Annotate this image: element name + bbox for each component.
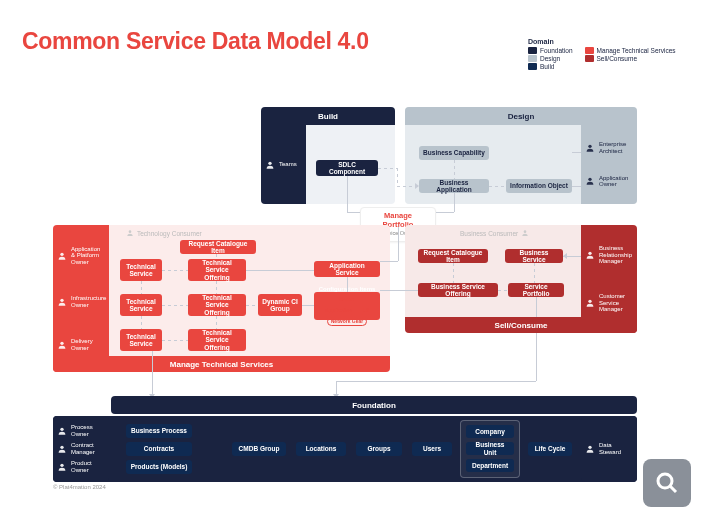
search-icon — [655, 471, 679, 495]
entity-tso3: Technical Service Offering — [188, 329, 246, 351]
entity-cmdb-group: CMDB Group — [232, 442, 286, 456]
legend-title: Domain — [528, 38, 676, 45]
person-icon — [585, 298, 595, 308]
panel-design-title: Design — [405, 107, 637, 125]
person-icon — [57, 462, 67, 472]
entity-sdlc-component: SDLC Component — [316, 160, 378, 176]
persona-infra-owner: Infrastructure Owner — [57, 295, 105, 308]
entity-dcig: Dynamic CI Group — [258, 294, 302, 316]
entity-business-capability: Business Capability — [419, 146, 489, 160]
legend-item-foundation: Foundation — [528, 47, 573, 54]
svg-point-13 — [588, 446, 591, 449]
entity-users: Users — [412, 442, 452, 456]
ci-tag-application: Application — [321, 306, 356, 315]
entity-configuration-items: Configuration Items Server Application L… — [314, 292, 380, 320]
legend-item-mts: Manage Technical Services — [585, 47, 676, 54]
entity-application-service: Application Service — [314, 261, 380, 277]
rail-mts-personas: Application & Platform Owner Infrastruct… — [53, 225, 109, 372]
svg-point-2 — [588, 178, 591, 181]
svg-point-12 — [60, 464, 63, 467]
svg-point-3 — [60, 252, 63, 255]
bus-consumer-label: Business Consumer — [460, 229, 529, 237]
persona-product-owner: Product Owner — [57, 460, 105, 473]
entity-ts3: Technical Service — [120, 329, 162, 351]
entity-sell-rci: Request Catalogue Item — [418, 249, 488, 263]
person-icon — [585, 176, 595, 186]
legend-item-build: Build — [528, 63, 573, 70]
person-icon — [57, 426, 67, 436]
person-icon — [265, 160, 275, 170]
persona-data-steward: Data Steward — [585, 442, 633, 455]
svg-point-14 — [658, 474, 672, 488]
panel-build-title: Build — [261, 107, 395, 125]
svg-point-7 — [588, 252, 591, 255]
entity-tso2: Technical Service Offering — [188, 294, 246, 316]
footer-caption: © Plat4mation 2024 — [53, 484, 106, 490]
persona-ea: Enterprise Architect — [585, 141, 633, 154]
svg-point-9 — [524, 230, 527, 233]
ci-tag-lb: LB — [358, 306, 373, 315]
tech-consumer-label: Technology Consumer — [126, 229, 202, 237]
panel-foundation-title: Foundation — [111, 396, 637, 414]
entity-company: Company — [466, 425, 514, 438]
legend-item-sell: Sell/Consume — [585, 55, 676, 62]
rail-design-personas: Enterprise Architect Application Owner — [581, 125, 637, 204]
person-icon — [126, 229, 134, 237]
search-button[interactable] — [643, 459, 691, 507]
entity-groups: Groups — [356, 442, 402, 456]
rail-foundation-left: Process Owner Contract Manager Product O… — [53, 416, 109, 482]
ci-tag-server: Server — [335, 295, 359, 304]
svg-point-5 — [60, 341, 63, 344]
svg-point-0 — [268, 161, 271, 164]
entity-business-process: Business Process — [126, 424, 192, 438]
person-icon — [585, 250, 595, 260]
ci-tag-network: Network Gear — [327, 317, 368, 326]
svg-line-15 — [670, 486, 676, 492]
entity-sp: Service Portfolio — [508, 283, 564, 297]
svg-point-11 — [60, 446, 63, 449]
svg-point-10 — [60, 428, 63, 431]
entity-ts2: Technical Service — [120, 294, 162, 316]
person-icon — [521, 229, 529, 237]
rail-sell-personas: Business Relationship Manager Customer S… — [581, 225, 637, 333]
entity-life-cycle: Life Cycle — [528, 442, 572, 456]
entity-products-models: Products (Models) — [126, 460, 192, 474]
svg-point-8 — [588, 300, 591, 303]
entity-bs: Business Service — [505, 249, 563, 263]
rail-build-personas: Teams — [261, 125, 306, 204]
entity-locations: Locations — [296, 442, 346, 456]
entity-ts1: Technical Service — [120, 259, 162, 281]
persona-app-owner: Application Owner — [585, 175, 633, 188]
persona-brm: Business Relationship Manager — [585, 245, 633, 265]
person-icon — [585, 143, 595, 153]
persona-csm: Customer Service Manager — [585, 293, 633, 313]
person-icon — [57, 251, 67, 261]
entity-mts-rci: Request Catalogue Item — [180, 240, 256, 254]
entity-business-application: Business Application — [419, 179, 489, 193]
persona-contract-manager: Contract Manager — [57, 442, 105, 455]
legend-item-design: Design — [528, 55, 573, 62]
person-icon — [57, 444, 67, 454]
svg-point-4 — [60, 298, 63, 301]
entity-tso1: Technical Service Offering — [188, 259, 246, 281]
entity-department: Department — [466, 459, 514, 472]
person-icon — [57, 297, 67, 307]
page-title: Common Service Data Model 4.0 — [22, 28, 369, 55]
entity-contracts: Contracts — [126, 442, 192, 456]
entity-bso: Business Service Offering — [418, 283, 498, 297]
svg-point-1 — [588, 144, 591, 147]
svg-point-6 — [129, 230, 132, 233]
persona-delivery-owner: Delivery Owner — [57, 338, 105, 351]
persona-teams: Teams — [265, 160, 302, 170]
rail-foundation-right: Data Steward — [581, 416, 637, 482]
entity-business-unit: Business Unit — [466, 442, 514, 455]
persona-process-owner: Process Owner — [57, 424, 105, 437]
person-icon — [585, 444, 595, 454]
entity-information-object: Information Object — [506, 179, 572, 193]
persona-app-platform-owner: Application & Platform Owner — [57, 246, 105, 266]
person-icon — [57, 340, 67, 350]
legend: Domain Foundation Design Build Manage Te… — [528, 38, 676, 70]
